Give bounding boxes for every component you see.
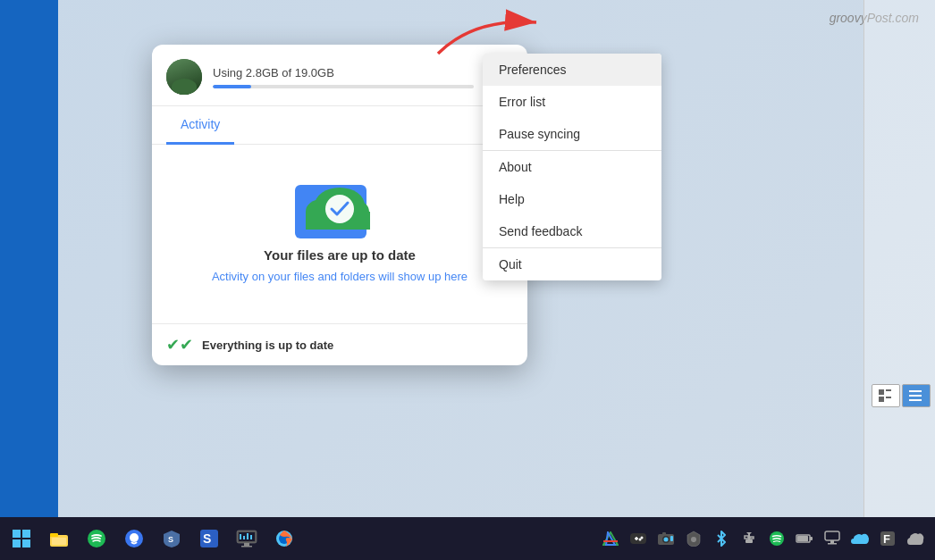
- taskbar: S S: [0, 517, 935, 560]
- svg-rect-54: [745, 539, 753, 543]
- svg-rect-20: [52, 538, 66, 545]
- taskbar-firefox[interactable]: [266, 521, 302, 556]
- tray-font-manager[interactable]: F: [875, 526, 900, 551]
- tray-onedrive[interactable]: [847, 526, 872, 551]
- menu-item-help[interactable]: Help: [483, 183, 661, 215]
- menu-item-preferences[interactable]: Preferences: [483, 54, 661, 86]
- tray-spotify2[interactable]: [764, 526, 789, 551]
- storage-info: Using 2.8GB of 19.0GB: [213, 66, 474, 88]
- svg-rect-15: [22, 530, 30, 538]
- dropdown-group-3: Quit: [483, 248, 661, 280]
- storage-text: Using 2.8GB of 19.0GB: [213, 66, 474, 79]
- storage-bar-fill: [213, 85, 251, 88]
- svg-point-47: [664, 538, 669, 542]
- status-main: Your files are up to date: [264, 247, 416, 263]
- svg-rect-5: [909, 395, 922, 397]
- svg-point-21: [88, 530, 105, 547]
- grid-view-button[interactable]: [902, 384, 931, 407]
- left-panel: [0, 0, 58, 517]
- popup-tabs: Activity: [152, 106, 527, 145]
- svg-rect-6: [909, 399, 922, 401]
- list-view-button[interactable]: [872, 384, 900, 407]
- tray-vpn[interactable]: [681, 526, 706, 551]
- taskbar-start-button[interactable]: [4, 521, 39, 556]
- system-tray: F: [598, 526, 931, 551]
- taskbar-word[interactable]: S: [191, 521, 227, 556]
- svg-rect-55: [745, 536, 748, 539]
- tray-usb[interactable]: [737, 526, 762, 551]
- view-toggle: [872, 384, 931, 407]
- svg-point-13: [325, 195, 354, 223]
- desktop: groovyPost.com: [0, 0, 935, 560]
- tray-camera[interactable]: [653, 526, 678, 551]
- svg-point-44: [639, 539, 642, 541]
- footer-text: Everything is up to date: [202, 339, 333, 352]
- dropdown-menu: Preferences Error list Pause syncing Abo…: [483, 54, 661, 280]
- drive-graphic: [291, 163, 389, 247]
- popup-header: Using 2.8GB of 19.0GB ⚙: [152, 45, 527, 106]
- svg-rect-33: [247, 533, 248, 539]
- svg-rect-59: [810, 537, 813, 540]
- taskbar-signal[interactable]: [116, 521, 152, 556]
- tray-game[interactable]: [626, 526, 651, 551]
- svg-rect-31: [240, 534, 241, 539]
- svg-rect-62: [830, 540, 834, 543]
- menu-item-about[interactable]: About: [483, 151, 661, 183]
- status-sub: Activity on your files and folders will …: [212, 270, 468, 283]
- svg-rect-51: [693, 539, 695, 542]
- svg-text:F: F: [883, 532, 890, 546]
- svg-rect-63: [828, 543, 837, 545]
- tray-network3[interactable]: [820, 526, 845, 551]
- svg-rect-0: [879, 389, 884, 395]
- svg-rect-16: [13, 539, 21, 547]
- svg-rect-48: [662, 532, 666, 535]
- popup-footer: ✔✔ Everything is up to date: [152, 323, 527, 365]
- check-icon: ✔✔: [166, 335, 193, 355]
- svg-rect-61: [825, 531, 839, 540]
- svg-rect-29: [244, 543, 249, 546]
- taskbar-network-monitor[interactable]: [229, 521, 265, 556]
- avatar: [166, 59, 202, 95]
- svg-rect-49: [670, 536, 673, 541]
- svg-rect-60: [797, 536, 808, 541]
- svg-rect-14: [13, 530, 21, 538]
- svg-rect-17: [22, 539, 30, 547]
- storage-bar: [213, 85, 474, 88]
- tray-bluetooth[interactable]: [709, 526, 734, 551]
- svg-rect-32: [243, 536, 245, 539]
- taskbar-file-explorer[interactable]: [41, 521, 77, 556]
- tray-battery[interactable]: [792, 526, 817, 551]
- menu-item-send-feedback[interactable]: Send feedback: [483, 215, 661, 247]
- svg-marker-53: [746, 532, 752, 535]
- svg-text:S: S: [203, 531, 211, 546]
- menu-item-quit[interactable]: Quit: [483, 248, 661, 280]
- dropdown-group-2: About Help Send feedback: [483, 151, 661, 248]
- svg-rect-30: [241, 546, 252, 547]
- gdrive-popup: Using 2.8GB of 19.0GB ⚙ Activity: [152, 45, 527, 365]
- svg-rect-4: [909, 390, 922, 392]
- svg-text:S: S: [168, 535, 173, 544]
- svg-rect-1: [886, 389, 891, 391]
- menu-item-pause-syncing[interactable]: Pause syncing: [483, 118, 661, 150]
- svg-rect-56: [750, 537, 754, 539]
- tray-cloud-backup[interactable]: [903, 526, 928, 551]
- right-panel: [863, 0, 935, 517]
- taskbar-shield[interactable]: S: [154, 521, 190, 556]
- svg-rect-2: [879, 397, 884, 402]
- svg-rect-3: [886, 397, 891, 398]
- svg-rect-34: [250, 535, 252, 539]
- popup-body: Your files are up to date Activity on yo…: [152, 145, 527, 323]
- menu-item-error-list[interactable]: Error list: [483, 86, 661, 118]
- dropdown-group-1: Preferences Error list Pause syncing: [483, 54, 661, 151]
- tab-activity[interactable]: Activity: [166, 106, 234, 145]
- svg-point-23: [130, 533, 139, 542]
- taskbar-spotify[interactable]: [79, 521, 114, 556]
- svg-rect-19: [50, 533, 58, 537]
- tray-gdrive[interactable]: [598, 526, 623, 551]
